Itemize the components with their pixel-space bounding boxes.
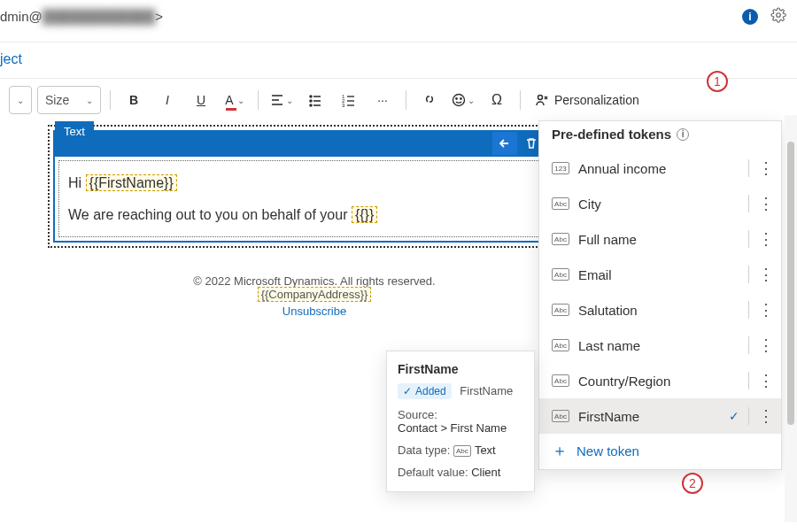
block-move-button[interactable] <box>492 132 517 155</box>
bold-button[interactable]: B <box>120 86 148 114</box>
subject-field[interactable]: ject <box>0 42 797 79</box>
font-family-dropdown[interactable]: ⌄ <box>9 86 32 114</box>
unsubscribe-link[interactable]: Unsubscribe <box>35 305 593 318</box>
editor-line-2[interactable]: We are reaching out to you on behalf of … <box>68 204 534 227</box>
format-toolbar: ⌄ Size⌄ B I U A⌄ ⌄ 123 ··· ⌄ Ω Personali… <box>0 79 797 121</box>
token-more-icon[interactable]: ⋮ <box>758 373 774 389</box>
font-color-button[interactable]: A⌄ <box>221 86 249 114</box>
text-type-icon: Abc <box>552 268 569 281</box>
scrollbar-thumb[interactable] <box>787 142 794 425</box>
font-size-dropdown[interactable]: Size⌄ <box>37 86 101 114</box>
vertical-scrollbar[interactable] <box>785 115 797 522</box>
token-empty[interactable]: {{}} <box>352 206 377 223</box>
svg-point-0 <box>777 13 781 18</box>
svg-point-4 <box>310 96 312 97</box>
svg-point-19 <box>538 96 543 100</box>
text-type-icon: Abc <box>552 304 569 316</box>
token-row-last-name[interactable]: Abc Last name ⋮ <box>539 328 781 363</box>
token-row-city[interactable]: Abc City ⋮ <box>539 186 781 221</box>
link-button[interactable] <box>415 86 444 114</box>
token-row-country-region[interactable]: Abc Country/Region ⋮ <box>539 363 781 398</box>
token-row-annual-income[interactable]: 123 Annual income ⋮ <box>539 150 781 186</box>
text-type-icon: Abc <box>552 374 569 387</box>
predefined-tokens-panel: Pre-defined tokens i 123 Annual income ⋮… <box>538 120 782 470</box>
plus-icon: ＋ <box>552 443 568 459</box>
token-row-firstname[interactable]: Abc FirstName ✓ ⋮ <box>539 398 781 434</box>
token-more-icon[interactable]: ⋮ <box>758 266 774 282</box>
text-editor[interactable]: Hi {{FirstName}} We are reaching out to … <box>58 160 544 237</box>
annotation-2: 2 <box>682 473 703 494</box>
text-type-icon: Abc <box>552 197 569 210</box>
token-row-email[interactable]: Abc Email ⋮ <box>539 257 781 292</box>
token-more-icon[interactable]: ⋮ <box>758 196 774 212</box>
bullet-list-button[interactable] <box>301 86 329 114</box>
token-more-icon[interactable]: ⋮ <box>758 231 774 247</box>
text-type-icon: Abc <box>552 410 569 422</box>
tokens-panel-title: Pre-defined tokens <box>552 127 671 142</box>
detail-source: Source: Contact > First Name <box>398 408 523 435</box>
detail-datatype: Data type: AbcText <box>398 443 523 457</box>
token-more-icon[interactable]: ⋮ <box>758 160 774 176</box>
email-footer: © 2022 Microsoft Dynamics. All rights re… <box>35 274 593 318</box>
token-more-icon[interactable]: ⋮ <box>758 337 774 353</box>
added-badge: ✓ Added <box>398 383 452 399</box>
token-row-full-name[interactable]: Abc Full name ⋮ <box>539 221 781 257</box>
more-formatting-button[interactable]: ··· <box>368 86 397 114</box>
footer-copyright: © 2022 Microsoft Dynamics. All rights re… <box>35 274 593 288</box>
detail-title: FirstName <box>398 362 523 376</box>
block-type-badge: Text <box>55 121 94 142</box>
token-company-address[interactable]: {{CompanyAddress}} <box>258 287 372 302</box>
svg-point-8 <box>310 104 312 106</box>
from-address: dmin@████████████> <box>0 9 163 24</box>
underline-button[interactable]: U <box>187 86 215 114</box>
numbered-list-button[interactable]: 123 <box>335 86 363 114</box>
svg-point-18 <box>460 98 461 99</box>
gear-icon[interactable] <box>770 7 786 26</box>
align-button[interactable]: ⌄ <box>267 86 296 114</box>
svg-point-17 <box>456 98 457 99</box>
info-icon[interactable]: i <box>742 9 758 25</box>
text-type-icon: Abc <box>552 233 569 245</box>
info-hint-icon[interactable]: i <box>677 128 689 141</box>
new-token-button[interactable]: ＋ New token <box>539 434 781 464</box>
personalization-button[interactable]: Personalization <box>530 86 645 114</box>
symbol-button[interactable]: Ω <box>483 86 511 114</box>
token-detail-popover: FirstName ✓ Added FirstName Source: Cont… <box>386 351 535 492</box>
token-more-icon[interactable]: ⋮ <box>758 408 774 424</box>
svg-point-6 <box>310 100 312 102</box>
text-type-icon: Abc <box>552 339 569 351</box>
svg-text:3: 3 <box>342 103 345 107</box>
check-icon: ✓ <box>729 409 739 423</box>
number-type-icon: 123 <box>552 162 569 174</box>
emoji-button[interactable]: ⌄ <box>449 86 477 114</box>
editor-selection-frame: Hi {{FirstName}} We are reaching out to … <box>48 125 554 248</box>
annotation-1: 1 <box>707 71 728 92</box>
italic-button[interactable]: I <box>153 86 182 114</box>
svg-point-16 <box>453 95 465 106</box>
token-more-icon[interactable]: ⋮ <box>758 302 774 318</box>
editor-line-1[interactable]: Hi {{FirstName}} <box>68 172 534 195</box>
detail-default: Default value: Client <box>398 466 523 479</box>
token-row-salutation[interactable]: Abc Salutation ⋮ <box>539 292 781 328</box>
token-firstname[interactable]: {{FirstName}} <box>86 174 177 191</box>
